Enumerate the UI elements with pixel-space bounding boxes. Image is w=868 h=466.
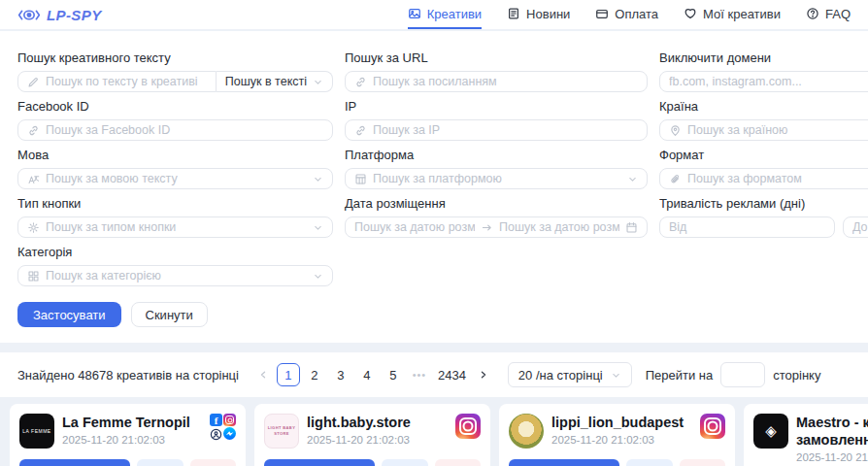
duration-from-box[interactable] bbox=[659, 216, 835, 238]
ip-input[interactable] bbox=[373, 123, 638, 137]
nav-label: Оплата bbox=[615, 7, 658, 21]
filter-facebook-id: Facebook ID bbox=[17, 99, 333, 141]
search-mode-value: Пошук в тексті bbox=[225, 75, 307, 88]
views-button[interactable] bbox=[137, 459, 184, 466]
days-button[interactable]: 3 days bbox=[264, 459, 375, 466]
days-button[interactable]: 0 days bbox=[509, 459, 619, 466]
date-to-input[interactable] bbox=[499, 220, 619, 234]
page-number[interactable]: 2 bbox=[303, 363, 326, 386]
search-mode-select[interactable]: Пошук в тексті bbox=[217, 71, 333, 92]
goto-page-input[interactable] bbox=[720, 362, 765, 387]
platform-grid-icon bbox=[354, 173, 367, 185]
pagination: 1 2 3 4 5 ••• 2434 bbox=[252, 363, 494, 386]
credit-card-icon bbox=[595, 7, 609, 20]
like-button[interactable] bbox=[435, 459, 482, 466]
reset-button[interactable]: Скинути bbox=[131, 302, 208, 327]
days-button[interactable]: 3 days bbox=[19, 459, 130, 466]
page-size-value: 20 /на сторінці bbox=[518, 368, 603, 383]
facebook-id-input-box[interactable] bbox=[17, 119, 333, 141]
map-pin-icon bbox=[669, 124, 682, 137]
pagination-ellipsis[interactable]: ••• bbox=[408, 363, 431, 386]
prev-page-button[interactable] bbox=[252, 363, 274, 386]
category-input[interactable] bbox=[46, 269, 307, 283]
facebook-id-input[interactable] bbox=[46, 123, 323, 137]
page-number[interactable]: 5 bbox=[382, 363, 405, 386]
card-title: lippi_lion_budapest bbox=[551, 414, 692, 431]
facebook-icon bbox=[210, 414, 222, 426]
platform-input[interactable] bbox=[373, 172, 621, 185]
logo[interactable]: LP-SPY bbox=[17, 0, 102, 29]
format-input[interactable] bbox=[687, 172, 868, 185]
card-title: Maestro - кухні, меблі замовлення в Ужго… bbox=[796, 414, 868, 449]
platform-select-box[interactable] bbox=[345, 168, 648, 189]
audience-network-icon bbox=[210, 427, 222, 440]
field-label: IP bbox=[345, 99, 648, 114]
duration-from-input[interactable] bbox=[669, 220, 825, 234]
duration-to-box[interactable] bbox=[843, 216, 868, 238]
avatar: LA FEMME bbox=[19, 414, 54, 449]
chevron-down-icon bbox=[313, 271, 323, 282]
date-from-input[interactable] bbox=[354, 220, 475, 234]
apply-button[interactable]: Застосувати bbox=[17, 302, 121, 327]
creative-text-input-box[interactable] bbox=[17, 71, 217, 92]
goto-page: Перейти на сторінку bbox=[646, 362, 821, 387]
language-input[interactable] bbox=[46, 172, 307, 185]
card-date: 2025-11-20 21:02:03 bbox=[62, 434, 201, 446]
country-input-box[interactable] bbox=[659, 119, 868, 141]
filter-ip: IP bbox=[345, 99, 648, 141]
nav-tab-my-creatives[interactable]: Мої креативи bbox=[684, 0, 781, 29]
creative-text-input[interactable] bbox=[46, 75, 207, 88]
goto-prefix: Перейти на bbox=[646, 368, 714, 383]
url-input[interactable] bbox=[373, 75, 638, 88]
like-button[interactable] bbox=[190, 459, 237, 466]
page-number[interactable]: 2434 bbox=[434, 363, 470, 386]
avatar: LIGHT BABY STORE bbox=[264, 414, 299, 449]
views-button[interactable] bbox=[626, 459, 673, 466]
paperclip-icon bbox=[669, 173, 682, 185]
creative-card[interactable]: LIGHT BABY STORE light.baby.store 2025-1… bbox=[254, 404, 490, 466]
page-size-select[interactable]: 20 /на сторінці bbox=[508, 362, 632, 387]
chevron-down-icon bbox=[313, 174, 323, 184]
network-icons bbox=[700, 414, 725, 449]
page-number[interactable]: 1 bbox=[277, 363, 300, 386]
nav-tab-payment[interactable]: Оплата bbox=[595, 0, 658, 29]
duration-to-input[interactable] bbox=[852, 220, 868, 234]
ip-input-box[interactable] bbox=[345, 119, 648, 141]
chevron-left-icon bbox=[258, 370, 268, 380]
like-button[interactable] bbox=[680, 459, 726, 466]
creative-card[interactable]: ◈ Maestro - кухні, меблі замовлення в Уж… bbox=[744, 404, 868, 466]
language-select-box[interactable] bbox=[17, 168, 333, 189]
creative-card[interactable]: lippi_lion_budapest 2025-11-20 21:02:03 … bbox=[499, 404, 735, 466]
exclude-domains-input[interactable] bbox=[669, 75, 868, 88]
url-input-box[interactable] bbox=[345, 71, 648, 92]
filter-button-type: Тип кнопки bbox=[17, 196, 333, 238]
button-type-select-box[interactable] bbox=[17, 216, 333, 238]
filter-format: Формат bbox=[659, 148, 868, 189]
field-label: Виключити домени bbox=[659, 50, 868, 65]
country-input[interactable] bbox=[687, 123, 868, 137]
nav-tab-faq[interactable]: FAQ bbox=[806, 0, 851, 29]
main-nav: Креативи Новини Оплата Мої креативи FAQ bbox=[408, 0, 851, 29]
card-title: light.baby.store bbox=[307, 414, 448, 431]
page-number[interactable]: 4 bbox=[355, 363, 379, 386]
field-label: Платформа bbox=[345, 148, 648, 162]
exclude-domains-input-box[interactable] bbox=[659, 71, 868, 92]
chevron-right-icon bbox=[479, 370, 488, 380]
filter-category: Категорія bbox=[17, 245, 333, 286]
results-count: Знайдено 48678 креативів на сторінці bbox=[17, 368, 239, 383]
card-date: 2025-11-20 21:02:03 bbox=[307, 434, 448, 446]
category-select-box[interactable] bbox=[17, 265, 333, 286]
gear-icon bbox=[27, 221, 40, 234]
format-input-box[interactable] bbox=[659, 168, 868, 189]
button-type-input[interactable] bbox=[46, 220, 307, 234]
next-page-button[interactable] bbox=[473, 363, 494, 386]
creative-card[interactable]: LA FEMME La Femme Ternopil 2025-11-20 21… bbox=[10, 404, 246, 466]
filters-panel: Пошук креативного тексту Пошук в тексті … bbox=[0, 31, 868, 343]
field-label: Категорія bbox=[17, 245, 333, 259]
views-button[interactable] bbox=[382, 459, 428, 466]
filter-creative-text: Пошук креативного тексту Пошук в тексті bbox=[17, 50, 333, 92]
nav-tab-creatives[interactable]: Креативи bbox=[408, 0, 482, 29]
nav-tab-news[interactable]: Новини bbox=[507, 0, 570, 29]
date-range-box[interactable] bbox=[345, 216, 648, 238]
page-number[interactable]: 3 bbox=[329, 363, 352, 386]
